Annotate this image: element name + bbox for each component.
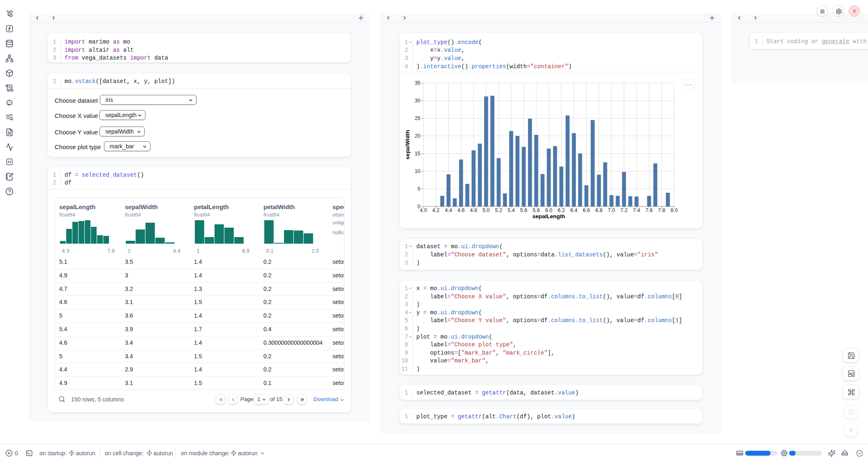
svg-text:4.4: 4.4 (445, 207, 452, 213)
svg-text:6.8: 6.8 (596, 207, 603, 213)
svg-text:0: 0 (418, 204, 420, 210)
svg-text:5: 5 (418, 186, 420, 192)
svg-text:5.0: 5.0 (482, 207, 489, 213)
svg-text:7.0: 7.0 (608, 207, 615, 213)
svg-text:4.6: 4.6 (457, 207, 464, 213)
svg-text:5.8: 5.8 (533, 207, 540, 213)
svg-text:7.6: 7.6 (646, 207, 653, 213)
svg-text:4.0: 4.0 (420, 207, 427, 213)
svg-text:6.4: 6.4 (570, 207, 577, 213)
svg-text:35: 35 (415, 80, 420, 86)
svg-text:5.2: 5.2 (495, 207, 502, 213)
svg-text:25: 25 (415, 115, 420, 121)
svg-text:6.2: 6.2 (558, 207, 565, 213)
svg-text:30: 30 (415, 98, 420, 104)
svg-text:7.2: 7.2 (621, 207, 628, 213)
svg-text:8.0: 8.0 (671, 207, 678, 213)
svg-text:6.0: 6.0 (545, 207, 552, 213)
svg-text:sepalWidth: sepalWidth (405, 130, 411, 159)
svg-text:10: 10 (415, 168, 420, 174)
svg-text:7.4: 7.4 (633, 207, 640, 213)
svg-text:5.6: 5.6 (520, 207, 527, 213)
svg-text:20: 20 (415, 133, 420, 139)
svg-text:15: 15 (415, 151, 420, 157)
svg-text:5.4: 5.4 (508, 207, 515, 213)
svg-text:6.6: 6.6 (583, 207, 590, 213)
svg-text:4.2: 4.2 (432, 207, 439, 213)
svg-text:sepalLength: sepalLength (533, 213, 566, 219)
svg-text:4.8: 4.8 (470, 207, 477, 213)
svg-text:7.8: 7.8 (658, 207, 665, 213)
